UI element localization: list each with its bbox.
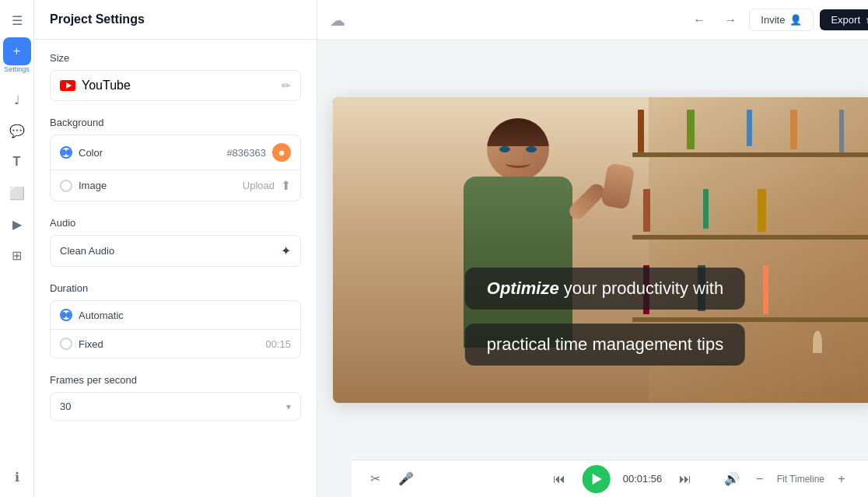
book-3 — [747, 110, 752, 146]
overlay-text-2: practical time management tips — [487, 334, 723, 354]
settings-panel: Project Settings Size YouTube ✏ Backgrou… — [34, 0, 317, 497]
video-preview-area: Optimize your productivity with practica… — [317, 40, 868, 497]
header-right: ← → Invite 👤 Export ↑ — [687, 8, 868, 33]
overlay-italic: Optimize — [487, 278, 559, 298]
top-header: ☁ ← → Invite 👤 Export ↑ — [317, 0, 868, 40]
audio-box[interactable]: Clean Audio ✦ — [50, 235, 301, 267]
sidebar-item-add[interactable]: + — [3, 37, 31, 65]
background-options: Color #836363 ☻ Image Upload ⬆ — [50, 135, 301, 201]
play-button[interactable] — [583, 465, 611, 493]
color-value: #836363 — [226, 147, 266, 159]
sidebar-item-music[interactable]: ♩ — [3, 86, 31, 114]
person-eye-right — [526, 146, 537, 152]
undo-button[interactable]: ← — [687, 8, 712, 33]
audio-value: Clean Audio — [60, 245, 114, 257]
youtube-icon — [60, 80, 75, 91]
skip-forward-button[interactable]: ⏭ — [674, 468, 696, 490]
person-arm-right — [566, 181, 607, 222]
person-hand-right — [600, 163, 635, 209]
scissors-button[interactable]: ✂ — [364, 468, 386, 490]
color-label: Color — [79, 147, 220, 159]
background-section: Background Color #836363 ☻ Image Upload … — [50, 117, 301, 201]
fixed-time: 00:15 — [265, 338, 291, 350]
music-icon: ♩ — [14, 93, 20, 107]
upload-icon[interactable]: ⬆ — [281, 178, 291, 193]
skip-back-button[interactable]: ⏮ — [548, 468, 570, 490]
settings-panel-title: Project Settings — [34, 0, 317, 40]
edit-icon[interactable]: ✏ — [282, 79, 291, 92]
color-swatch[interactable]: ☻ — [272, 143, 291, 162]
size-box[interactable]: YouTube ✏ — [50, 70, 301, 101]
shelf-3 — [632, 317, 868, 322]
fixed-radio[interactable] — [60, 338, 72, 350]
fps-select[interactable]: 30 ▾ — [50, 392, 301, 421]
book-11 — [763, 265, 768, 314]
skip-back-icon: ⏮ — [553, 472, 565, 486]
sidebar-item-menu[interactable]: ☰ — [3, 6, 31, 34]
duration-options: Automatic Fixed 00:15 — [50, 300, 301, 359]
export-button[interactable]: Export ↑ — [820, 9, 868, 30]
book-4 — [790, 110, 797, 149]
plus-icon: + — [838, 472, 845, 486]
play-triangle-icon — [593, 474, 602, 485]
fixed-label: Fixed — [79, 338, 259, 350]
header-left: ☁ — [330, 11, 345, 30]
book-8 — [758, 189, 766, 232]
person-eye-left — [499, 146, 510, 152]
zoom-in-button[interactable]: + — [831, 468, 852, 490]
export-label: Export — [831, 14, 860, 26]
sparkle-icon[interactable]: ✦ — [281, 243, 291, 258]
sidebar-item-info[interactable]: ℹ — [3, 463, 31, 491]
overlay-text-1: Optimize your productivity with — [487, 278, 723, 298]
invite-button[interactable]: Invite 👤 — [749, 9, 814, 31]
bottom-toolbar-center: ⏮ 00:01:56 ⏭ — [548, 465, 697, 493]
sidebar-item-grid[interactable]: ⊞ — [3, 241, 31, 269]
book-7 — [703, 189, 709, 229]
pot-1 — [812, 330, 823, 354]
fps-section-title: Frames per second — [50, 374, 301, 386]
settings-content: Size YouTube ✏ Background Color #8363 — [34, 40, 317, 497]
text-overlay-line2: practical time management tips — [465, 324, 745, 366]
volume-button[interactable]: 🔊 — [721, 468, 743, 490]
zoom-out-button[interactable]: − — [749, 468, 771, 490]
minus-icon: − — [756, 472, 763, 486]
shelf-2 — [632, 235, 868, 240]
sidebar-item-chat[interactable]: 💬 — [3, 117, 31, 145]
duration-fixed-option[interactable]: Fixed 00:15 — [51, 330, 300, 358]
scissors-icon: ✂ — [370, 471, 380, 486]
settings-label: Settings — [4, 65, 30, 73]
time-display: 00:01:56 — [623, 473, 663, 485]
bg-image-option[interactable]: Image Upload ⬆ — [51, 170, 300, 201]
shapes-icon: ⬜ — [9, 186, 25, 201]
text-icon: T — [13, 155, 21, 169]
menu-icon: ☰ — [12, 13, 23, 28]
color-radio[interactable] — [60, 146, 72, 159]
bg-color-option[interactable]: Color #836363 ☻ — [51, 135, 300, 170]
main-area: ☁ ← → Invite 👤 Export ↑ — [317, 0, 868, 497]
bottom-toolbar: ✂ 🎤 ⏮ 00:01:56 ⏭ 🔊 − Fit — [352, 460, 868, 497]
microphone-button[interactable]: 🎤 — [395, 468, 417, 490]
fit-timeline-label: Fit Timeline — [777, 474, 824, 485]
size-section-title: Size — [50, 52, 301, 64]
bottom-toolbar-right: 🔊 − Fit Timeline + ⌇ — [721, 468, 868, 490]
video-container: Optimize your productivity with practica… — [333, 97, 868, 403]
duration-automatic-option[interactable]: Automatic — [51, 301, 300, 330]
text-overlay-line1: Optimize your productivity with — [465, 268, 745, 310]
redo-button[interactable]: → — [718, 8, 743, 33]
sidebar-item-text[interactable]: T — [3, 148, 31, 176]
person-body — [464, 177, 572, 348]
volume-icon: 🔊 — [724, 471, 740, 486]
sidebar-item-video[interactable]: ▶ — [3, 210, 31, 238]
sidebar-item-shapes[interactable]: ⬜ — [3, 179, 31, 207]
youtube-play-triangle — [66, 82, 72, 89]
automatic-radio[interactable] — [60, 309, 72, 321]
video-icon: ▶ — [12, 217, 22, 232]
image-radio[interactable] — [60, 180, 72, 192]
skip-forward-icon: ⏭ — [679, 472, 691, 486]
waves-button[interactable]: ⌇ — [859, 468, 868, 490]
invite-person-icon: 👤 — [789, 14, 802, 26]
cloud-icon: ☁ — [330, 11, 345, 30]
size-box-row: YouTube — [60, 79, 131, 93]
person-head — [487, 118, 549, 180]
chat-icon: 💬 — [9, 124, 25, 138]
